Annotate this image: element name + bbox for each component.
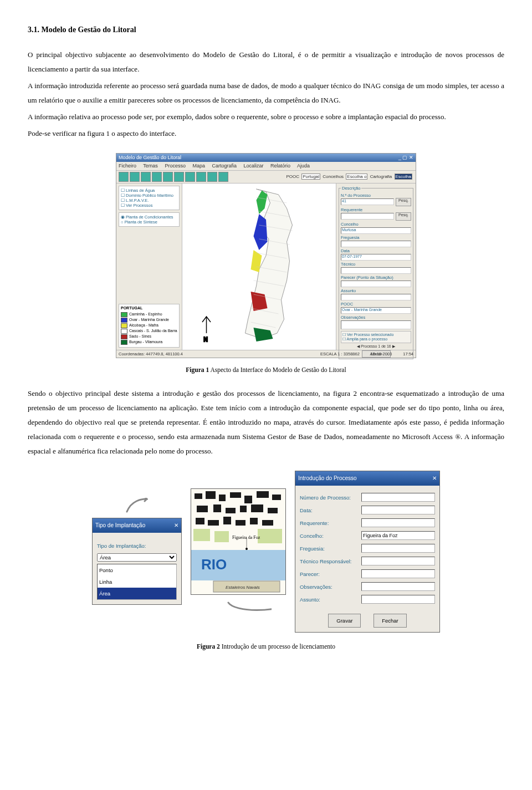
close-icon[interactable]: ✕ <box>174 520 178 531</box>
field-label: Número de Processo: <box>300 492 358 503</box>
svg-rect-18 <box>223 517 231 524</box>
fig1-statusbar: Coordenadas: 447749.8, 481100.4 ESCALA 1… <box>116 350 416 358</box>
data-input[interactable]: 07-07-1977 <box>341 254 411 261</box>
menu-temas[interactable]: Temas <box>143 163 158 169</box>
figure-1-caption: Figura 1 Aspecto da Interface do Modelo … <box>28 364 504 376</box>
list-item[interactable]: Ponto <box>98 564 176 576</box>
svg-rect-6 <box>230 492 241 498</box>
fig1-right-panel: Descrição N.º do Processo 41 Pesq. Reque… <box>336 184 416 350</box>
freguesia-input[interactable] <box>341 241 411 247</box>
tecnico-input[interactable] <box>341 267 411 274</box>
legend-row: Caminha - Espinho <box>121 312 177 317</box>
menu-ficheiro[interactable]: Ficheiro <box>119 163 136 169</box>
list-item[interactable]: Área <box>98 588 176 599</box>
legend-row: Burgau - Vilamoura <box>121 340 177 345</box>
toolbar-button-icon[interactable] <box>207 172 217 182</box>
fig1-menubar: Ficheiro Temas Processo Mapa Cartografia… <box>116 162 416 171</box>
layer-checkbox[interactable]: ☐ Linhas de Água <box>121 188 177 193</box>
map-legend: PORTUGAL Caminha - EspinhoOvar - Marinha… <box>119 304 180 347</box>
field-input[interactable] <box>361 518 435 527</box>
parecer-input[interactable] <box>341 281 411 287</box>
requerente-label: Requerente <box>341 207 411 212</box>
legend-row: Sado - Sines <box>121 334 177 339</box>
field-input[interactable] <box>361 506 435 514</box>
svg-rect-24 <box>258 529 282 543</box>
dlg1-options[interactable]: Ponto Linha Área <box>97 564 177 600</box>
toolbar-button-icon[interactable] <box>119 172 129 182</box>
fechar-button[interactable]: Fechar <box>374 614 407 628</box>
svg-rect-23 <box>214 531 229 542</box>
form-field: Assunto: <box>300 594 435 605</box>
close-icon[interactable]: ✕ <box>432 473 437 484</box>
paragraph-2: A informação introduzida referente ao pr… <box>28 79 504 108</box>
field-input[interactable] <box>361 544 435 553</box>
layer-radio[interactable]: ○ Planta de Síntese <box>121 220 177 225</box>
numprocesso-input[interactable]: 41 <box>341 198 394 205</box>
svg-rect-12 <box>226 508 236 513</box>
amplia-checkbox[interactable]: ☐ Amplia para o processo <box>342 337 410 342</box>
layer-checkbox[interactable]: ☐ Domínio Público Marítimo <box>121 193 177 198</box>
pesq-button[interactable]: Pesq. <box>396 198 411 206</box>
toolbar-button-icon[interactable] <box>185 172 195 182</box>
window-controls-icon[interactable]: _ ▢ ✕ <box>398 155 413 161</box>
toolbar-button-icon[interactable] <box>163 172 173 182</box>
concelho-input[interactable]: Murtosa <box>341 227 411 234</box>
toolbar-button-icon[interactable] <box>196 172 206 182</box>
arrow-icon <box>205 598 272 615</box>
field-input[interactable] <box>361 595 435 604</box>
svg-rect-10 <box>197 506 208 512</box>
ver-processo-checkbox[interactable]: ☐ Ver Processo seleccionado <box>342 333 410 337</box>
legend-label: Ovar - Marinha Grande <box>129 318 169 322</box>
obs-input[interactable] <box>341 320 411 329</box>
field-label: Freguesia: <box>300 543 358 554</box>
toolbar-button-icon[interactable] <box>130 172 140 182</box>
layer-checkbox[interactable]: ☐ L.M.P.A.V.E. <box>121 198 177 203</box>
paragraph-5: Sendo o objectivo principal deste sistem… <box>28 386 504 458</box>
svg-rect-15 <box>268 508 278 513</box>
field-input[interactable] <box>361 582 435 591</box>
parecer-label: Parecer (Ponto da Situação) <box>341 275 411 280</box>
fig1-map-canvas[interactable]: N <box>182 184 336 350</box>
legend-title: PORTUGAL <box>121 306 177 310</box>
menu-ajuda[interactable]: Ajuda <box>297 163 310 169</box>
field-input[interactable] <box>361 493 435 502</box>
concelhos-select[interactable]: Escolha o <box>346 174 367 180</box>
pesq-button[interactable]: Pesq. <box>396 212 411 221</box>
pooc-input[interactable]: Ovar - Marinha Grande <box>341 307 411 314</box>
list-item[interactable]: Linha <box>98 576 176 588</box>
svg-rect-22 <box>193 529 210 541</box>
legend-label: Cascais - S. Julião da Barra <box>129 329 177 333</box>
field-label: Requerente: <box>300 518 358 528</box>
layer-radio[interactable]: ◉ Planta de Condicionantes <box>121 215 177 220</box>
assunto-input[interactable] <box>341 294 411 300</box>
field-input[interactable]: Figueira da Foz <box>361 531 435 540</box>
legend-swatch-icon <box>121 318 127 323</box>
field-input[interactable] <box>361 557 435 565</box>
toolbar-button-icon[interactable] <box>141 172 151 182</box>
layer-group-1: ☐ Linhas de Água ☐ Domínio Público Marít… <box>119 186 180 210</box>
legend-row: Cascais - S. Julião da Barra <box>121 329 177 334</box>
menu-cartografia[interactable]: Cartografia <box>212 163 237 169</box>
carto-select[interactable]: Escolha <box>395 174 412 180</box>
dlg2-title: Introdução do Processo <box>298 473 357 484</box>
next-button[interactable]: ▶ <box>392 344 395 348</box>
legend-swatch-icon <box>121 312 127 317</box>
toolbar-button-icon[interactable] <box>218 172 228 182</box>
prev-button[interactable]: ◀ <box>357 344 360 348</box>
svg-rect-8 <box>257 491 269 498</box>
menu-mapa[interactable]: Mapa <box>192 163 205 169</box>
menu-relatorio[interactable]: Relatório <box>270 163 290 169</box>
dlg1-select[interactable]: Área <box>97 553 177 562</box>
field-input[interactable] <box>361 569 435 578</box>
svg-rect-16 <box>196 518 204 524</box>
menu-processo[interactable]: Processo <box>165 163 186 169</box>
toolbar-button-icon[interactable] <box>174 172 184 182</box>
fig1-app-title: Modelo de Gestão do Litoral <box>119 155 181 161</box>
pooc-select[interactable]: Portugal <box>301 174 320 180</box>
menu-localizar[interactable]: Localizar <box>244 163 264 169</box>
svg-rect-13 <box>240 506 247 512</box>
toolbar-button-icon[interactable] <box>152 172 162 182</box>
requerente-input[interactable] <box>341 213 394 220</box>
layer-checkbox[interactable]: ☐ Ver Processos <box>121 203 177 208</box>
gravar-button[interactable]: Gravar <box>328 614 361 628</box>
